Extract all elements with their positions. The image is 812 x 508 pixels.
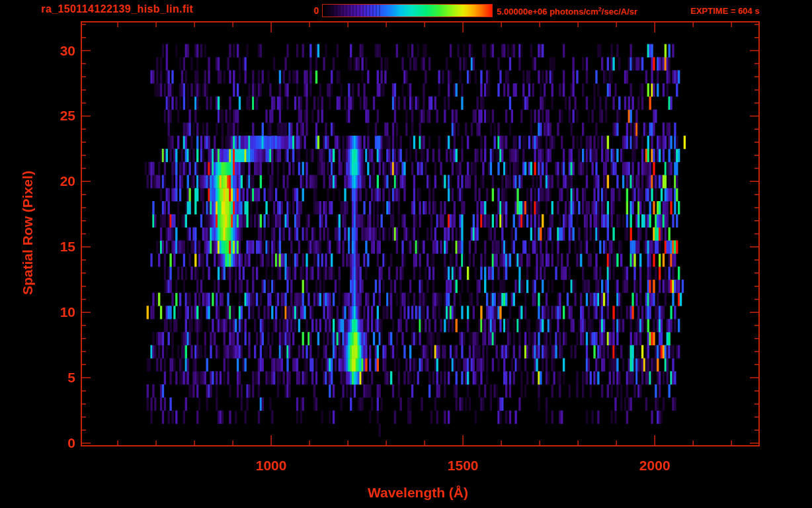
x-tick-label-2000: 2000 [623, 458, 686, 474]
y-axis-title: Spatial Row (Pixel) [20, 171, 36, 295]
y-tick-label-20: 20 [45, 173, 75, 189]
x-axis-title: Wavelength (Å) [368, 485, 468, 501]
y-tick-label-15: 15 [45, 239, 75, 255]
y-tick-label-5: 5 [45, 370, 75, 386]
y-tick-label-25: 25 [45, 108, 75, 124]
y-tick-label-10: 10 [45, 304, 75, 320]
spectral-image-canvas[interactable] [0, 0, 812, 508]
x-tick-label-1500: 1500 [431, 458, 495, 474]
x-tick-label-1000: 1000 [239, 458, 303, 474]
y-tick-label-30: 30 [45, 43, 75, 59]
y-tick-label-0: 0 [45, 435, 75, 451]
spectrogram-viewer-window: ra_150114122139_hisb_lin.fit 0 5.00000e+… [0, 0, 812, 508]
